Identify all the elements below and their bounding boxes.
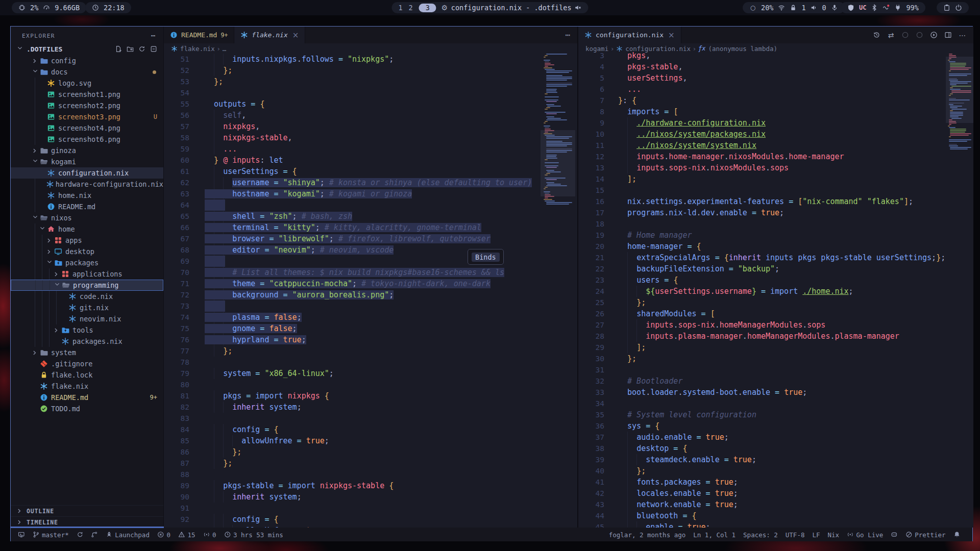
tab-flake-nix[interactable]: flake.nix× — [234, 27, 305, 43]
status-ports[interactable]: 0 — [203, 531, 216, 539]
microphone-icon[interactable] — [831, 4, 838, 11]
editor-action-prev-icon[interactable] — [901, 31, 909, 39]
minimap-slider[interactable] — [946, 57, 973, 123]
status-errors[interactable]: 0 — [157, 531, 170, 539]
tree-item-screenshot3-png[interactable]: screenshot3.pngU — [11, 111, 163, 122]
new-folder-button[interactable] — [127, 45, 134, 53]
breadcrumb-item[interactable]: flake.nix — [180, 45, 215, 53]
collapse-folders-button[interactable] — [150, 45, 157, 53]
editor-action-next-icon[interactable] — [916, 31, 923, 39]
status-eol[interactable]: LF — [812, 531, 820, 539]
close-icon[interactable]: × — [292, 31, 299, 40]
tree-item-screenshot2-png[interactable]: screenshot2.png — [11, 100, 163, 111]
tree-item-home-nix[interactable]: home.nix — [11, 190, 163, 201]
tab-readme-md[interactable]: README.md9+ — [164, 27, 234, 43]
tree-item-apps[interactable]: apps — [11, 235, 163, 246]
minimap-slider[interactable] — [541, 130, 575, 196]
minimap-left[interactable] — [541, 43, 575, 528]
tree-item-gitignore[interactable]: .gitignore — [11, 358, 163, 369]
tree-item-programming[interactable]: programming — [11, 280, 163, 291]
editor-action-changes-icon[interactable]: ⇄ — [887, 31, 895, 39]
tree-item-applications[interactable]: applications — [11, 268, 163, 280]
bluetooth-icon[interactable] — [871, 4, 878, 11]
status-notifications[interactable] — [953, 531, 961, 538]
status-git-branch[interactable]: master* — [33, 531, 69, 539]
status-git-graph[interactable] — [91, 531, 98, 538]
git-status-badge: 9+ — [150, 394, 157, 401]
code-line-text: fonts.packages = true; — [618, 477, 738, 488]
status-sync[interactable] — [77, 531, 84, 538]
editor-action-run-icon[interactable] — [930, 31, 938, 39]
tab-configuration-nix[interactable]: configuration.nix× — [578, 27, 681, 43]
tree-item-packages-nix[interactable]: packages.nix — [11, 336, 163, 347]
tree-item-ginoza[interactable]: ginoza — [11, 145, 163, 156]
speaker-icon[interactable] — [811, 4, 818, 11]
tree-item-logo-svg[interactable]: logo.svg — [11, 78, 163, 89]
tree-item-system[interactable]: system — [11, 347, 163, 358]
status-encoding[interactable]: UTF-8 — [786, 531, 805, 539]
tab-bar-more-icon[interactable]: ⋯ — [565, 30, 577, 40]
tree-item-config[interactable]: config — [11, 55, 163, 66]
refresh-explorer-button[interactable] — [138, 45, 145, 53]
status-remote-indicator[interactable] — [18, 531, 25, 538]
tree-item-tools[interactable]: tools — [11, 324, 163, 336]
tree-item-todo-md[interactable]: TODO.md — [11, 403, 163, 414]
tree-item-hardware-configuration-nix[interactable]: hardware-configuration.nix — [11, 179, 163, 190]
tree-item-packages[interactable]: packages — [11, 257, 163, 268]
volume-muted-icon[interactable] — [575, 4, 582, 11]
workspace-3[interactable]: 3 — [419, 4, 436, 12]
shield-icon[interactable] — [847, 4, 854, 11]
tree-item-screenshot6-png[interactable]: screenshot6.png — [11, 134, 163, 145]
power-icon[interactable] — [955, 4, 962, 11]
tree-item-desktop[interactable]: desktop — [11, 246, 163, 257]
status-prettier[interactable]: Prettier — [905, 531, 946, 539]
tree-item-screenshot1-png[interactable]: screenshot1.png — [11, 89, 163, 100]
close-icon[interactable]: × — [668, 31, 675, 40]
editor-action-history-icon[interactable] — [873, 31, 880, 39]
breadcrumb-item[interactable]: … — [223, 45, 227, 53]
tree-item-code-nix[interactable]: code.nix — [11, 291, 163, 302]
status-warnings[interactable]: 15 — [178, 531, 195, 539]
tree-item-kogami[interactable]: kogami — [11, 156, 163, 167]
explorer-more-icon[interactable]: ⋯ — [151, 31, 156, 40]
status-git-blame[interactable]: foglar, 2 months ago — [609, 531, 686, 539]
status-time-tracker[interactable]: 3 hrs 53 mins — [224, 531, 283, 539]
status-copilot[interactable] — [891, 531, 898, 538]
tree-item-docs[interactable]: docs — [11, 66, 163, 78]
headset-notification-icon[interactable] — [883, 4, 890, 11]
editor-action-more-icon[interactable]: ⋯ — [959, 31, 966, 39]
status-go-live[interactable]: Go Live — [847, 531, 883, 539]
wifi-icon[interactable] — [778, 4, 785, 11]
code-line-87: 87 }; — [164, 458, 577, 469]
status-launchpad[interactable]: Launchpad — [106, 531, 150, 539]
workspace-2[interactable]: 2 — [409, 4, 413, 12]
tree-item-flake-lock[interactable]: flake.lock — [11, 369, 163, 381]
tree-item-readme-md[interactable]: README.md9+ — [11, 392, 163, 403]
editor-action-split-icon[interactable] — [944, 31, 952, 39]
workspace-1[interactable]: 1 — [398, 4, 402, 12]
clipboard-icon[interactable] — [943, 4, 950, 11]
tray-pill: UC 99% — [841, 2, 925, 13]
status-cursor-position[interactable]: Ln 1, Col 1 — [693, 531, 736, 539]
keyboard-layout-tray[interactable]: UC — [859, 4, 866, 11]
code-line-60: 60 } @ inputs: let — [164, 155, 577, 166]
tree-item-flake-nix[interactable]: flake.nix — [11, 381, 163, 392]
tree-item-nixos[interactable]: nixos — [11, 212, 163, 223]
chevron-spacer — [38, 203, 47, 210]
tree-item-home[interactable]: home — [11, 223, 163, 235]
breadcrumb-left[interactable]: flake.nix›… — [164, 43, 577, 54]
workspace-root-row[interactable]: .DOTFILES — [11, 43, 163, 55]
code-line-83: 83 — [164, 413, 577, 424]
minimap-right[interactable] — [946, 43, 973, 528]
line-number: 75 — [164, 323, 189, 334]
outline-section[interactable]: OUTLINE — [11, 505, 163, 516]
tree-item-screenshot4-png[interactable]: screenshot4.png — [11, 122, 163, 134]
new-file-button[interactable] — [115, 45, 122, 53]
tree-item-neovim-nix[interactable]: neovim.nix — [11, 313, 163, 324]
status-language-mode[interactable]: Nix — [828, 531, 840, 539]
timeline-section[interactable]: TIMELINE — [11, 516, 163, 528]
tree-item-configuration-nix[interactable]: configuration.nix — [11, 167, 163, 179]
tree-item-git-nix[interactable]: git.nix — [11, 302, 163, 313]
status-indentation[interactable]: Spaces: 2 — [743, 531, 778, 539]
tree-item-readme-md[interactable]: README.md — [11, 201, 163, 212]
